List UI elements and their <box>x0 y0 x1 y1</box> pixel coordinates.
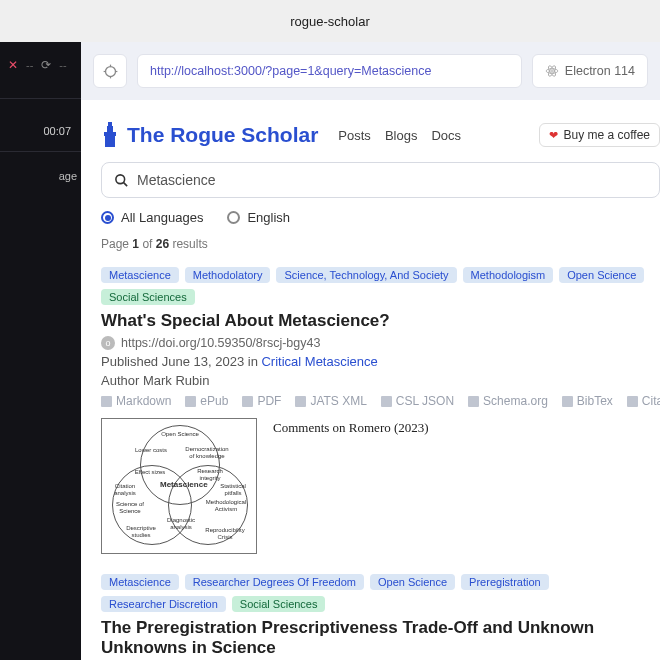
crosshair-icon <box>103 64 118 79</box>
svg-point-13 <box>116 174 125 183</box>
search-input[interactable]: Metascience <box>101 162 660 198</box>
author-line: Author Mark Rubin <box>101 373 660 388</box>
site-brand[interactable]: The Rogue Scholar <box>101 122 318 148</box>
radio-english[interactable]: English <box>227 210 290 225</box>
heart-icon: ❤ <box>549 129 558 142</box>
radio-selected-icon <box>101 211 114 224</box>
result-title[interactable]: What's Special About Metascience? <box>101 311 660 331</box>
reload-icon[interactable]: ⟳ <box>41 58 51 72</box>
format-jats[interactable]: JATS XML <box>295 394 366 408</box>
file-icon <box>101 396 112 407</box>
result-figure: Open Science Lower costs Democratization… <box>101 418 257 554</box>
svg-point-0 <box>105 66 115 76</box>
svg-rect-10 <box>104 132 116 136</box>
radio-unselected-icon <box>227 211 240 224</box>
file-icon <box>242 396 253 407</box>
result-item: Metascience Methodolatory Science, Techn… <box>101 267 660 554</box>
separator: -- <box>24 59 35 71</box>
venue-link[interactable]: Critical Metascience <box>261 354 377 369</box>
window-title: rogue-scholar <box>290 14 370 29</box>
format-schema[interactable]: Schema.org <box>468 394 548 408</box>
coffee-label: Buy me a coffee <box>564 128 651 142</box>
app-under-test: The Rogue Scholar Posts Blogs Docs ❤ Buy… <box>81 100 660 660</box>
tag[interactable]: Preregistration <box>461 574 549 590</box>
tag[interactable]: Methodologism <box>463 267 554 283</box>
file-icon <box>381 396 392 407</box>
format-epub[interactable]: ePub <box>185 394 228 408</box>
tag[interactable]: Metascience <box>101 267 179 283</box>
browser-label: Electron 114 <box>565 64 635 78</box>
nav-posts[interactable]: Posts <box>338 128 371 143</box>
file-icon <box>562 396 573 407</box>
search-value: Metascience <box>137 172 216 188</box>
tag[interactable]: Methodolatory <box>185 267 271 283</box>
radio-label: All Languages <box>121 210 203 225</box>
published-line: Published June 13, 2023 in Critical Meta… <box>101 354 660 369</box>
search-icon <box>114 173 129 188</box>
file-icon <box>185 396 196 407</box>
nav-blogs[interactable]: Blogs <box>385 128 418 143</box>
sidebar-label: age <box>0 152 81 182</box>
buy-coffee-button[interactable]: ❤ Buy me a coffee <box>539 123 661 147</box>
result-item: Metascience Researcher Degrees Of Freedo… <box>101 574 660 660</box>
file-icon <box>627 396 638 407</box>
tag[interactable]: Researcher Discretion <box>101 596 226 612</box>
tag[interactable]: Science, Technology, And Society <box>276 267 456 283</box>
brand-logo-icon <box>101 122 119 148</box>
doi-link[interactable]: o https://doi.org/10.59350/8rscj-bgy43 <box>101 336 660 350</box>
file-icon <box>468 396 479 407</box>
cypress-sidebar: ✕ -- ⟳ -- 00:07 age <box>0 42 81 660</box>
result-title[interactable]: The Preregistration Prescriptiveness Tra… <box>101 618 660 658</box>
format-bibtex[interactable]: BibTex <box>562 394 613 408</box>
close-icon[interactable]: ✕ <box>8 58 18 72</box>
radio-all-languages[interactable]: All Languages <box>101 210 203 225</box>
tag[interactable]: Social Sciences <box>101 289 195 305</box>
window-titlebar: rogue-scholar <box>0 0 660 42</box>
doi-icon: o <box>101 336 115 350</box>
format-links: Markdown ePub PDF JATS XML CSL JSON Sche… <box>101 394 660 408</box>
tag[interactable]: Researcher Degrees Of Freedom <box>185 574 364 590</box>
tag[interactable]: Open Science <box>559 267 644 283</box>
format-pdf[interactable]: PDF <box>242 394 281 408</box>
tag[interactable]: Social Sciences <box>232 596 326 612</box>
svg-point-5 <box>551 70 553 72</box>
url-display[interactable]: http://localhost:3000/?page=1&query=Meta… <box>137 54 522 88</box>
test-timer: 00:07 <box>0 99 81 137</box>
svg-rect-9 <box>105 136 115 147</box>
radio-label: English <box>247 210 290 225</box>
tag[interactable]: Open Science <box>370 574 455 590</box>
svg-point-6 <box>546 69 558 74</box>
url-text: http://localhost:3000/?page=1&query=Meta… <box>150 64 431 78</box>
svg-rect-12 <box>108 122 112 126</box>
format-markdown[interactable]: Markdown <box>101 394 171 408</box>
brand-title: The Rogue Scholar <box>127 123 318 147</box>
doi-text: https://doi.org/10.59350/8rscj-bgy43 <box>121 336 320 350</box>
electron-icon <box>545 64 559 78</box>
format-citation[interactable]: Citation <box>627 394 660 408</box>
results-count: Page 1 of 26 results <box>101 237 660 251</box>
separator: -- <box>57 59 68 71</box>
svg-rect-11 <box>107 126 113 132</box>
svg-line-14 <box>123 182 127 186</box>
format-csl[interactable]: CSL JSON <box>381 394 454 408</box>
tag[interactable]: Metascience <box>101 574 179 590</box>
file-icon <box>295 396 306 407</box>
browser-selector[interactable]: Electron 114 <box>532 54 648 88</box>
nav-docs[interactable]: Docs <box>431 128 461 143</box>
result-abstract: Comments on Romero (2023) <box>273 418 429 554</box>
selector-target-button[interactable] <box>93 54 127 88</box>
